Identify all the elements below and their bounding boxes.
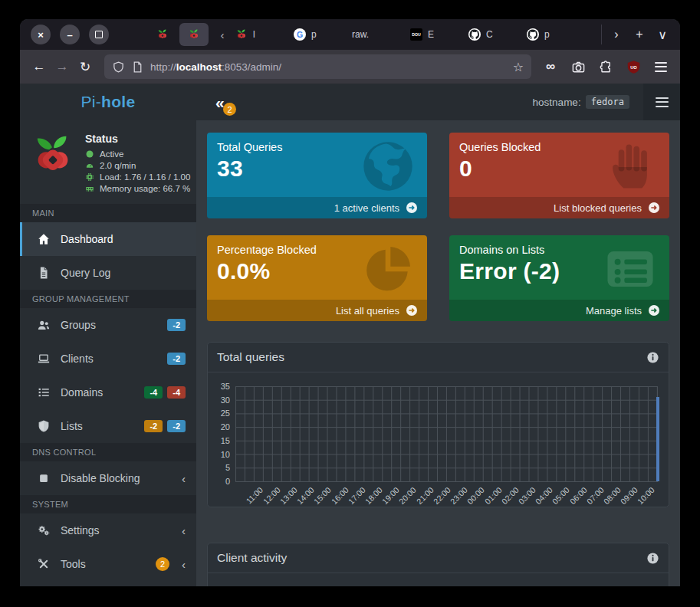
stop-icon (37, 471, 51, 485)
card-footer-link[interactable]: 1 active clients (207, 197, 427, 218)
x-axis-tick-label: 15:00 (312, 485, 333, 506)
close-button[interactable]: × (31, 25, 51, 44)
forward-button[interactable]: → (51, 55, 74, 78)
back-button[interactable]: ← (28, 55, 51, 78)
card-queries-blocked: Queries Blocked0List blocked queries (449, 133, 669, 218)
minimize-button[interactable]: – (60, 25, 80, 44)
x-axis-tick-label: 13:00 (278, 485, 299, 506)
extensions-puzzle-icon[interactable] (594, 55, 617, 78)
sidebar-item-badges: -2 (167, 353, 186, 365)
browser-tab[interactable]: l (230, 23, 288, 46)
list-tabs-button[interactable]: ∨ (651, 23, 674, 46)
x-axis-tick-label: 08:00 (602, 485, 623, 506)
card-footer-link[interactable]: List all queries (207, 300, 427, 321)
browser-tab[interactable]: C (463, 23, 521, 46)
card-footer-label: List blocked queries (554, 202, 642, 214)
sidebar-item-label: Domains (61, 386, 103, 399)
tab-title: E (428, 29, 434, 40)
forward-icon: → (56, 59, 69, 74)
status-line: Memory usage: 66.7 % (85, 184, 190, 193)
panel-header: Client activity (208, 543, 669, 573)
shield-icon (37, 419, 51, 433)
browser-tab[interactable]: Gp (288, 23, 347, 46)
browser-tab[interactable]: DOUE (405, 23, 463, 46)
card-total-queries: Total Queries331 active clients (207, 133, 427, 218)
sidebar-item-label: Lists (61, 420, 83, 432)
site-info-icon[interactable] (131, 61, 144, 74)
scroll-tabs-right-button[interactable]: › (605, 23, 628, 46)
screenshot-camera-icon[interactable] (567, 55, 590, 78)
y-axis-tick-label: 25 (208, 408, 230, 418)
reload-button[interactable]: ↻ (74, 55, 97, 78)
card-footer-link[interactable]: List blocked queries (449, 197, 669, 218)
maximize-button[interactable] (89, 25, 109, 44)
scroll-tabs-left-button[interactable]: ‹ (215, 28, 230, 41)
ublock-origin-icon[interactable]: UO (622, 55, 645, 78)
svg-text:UO: UO (630, 64, 637, 69)
panel-header: Total queries (208, 343, 669, 372)
sidebar-item-label: Disable Blocking (61, 472, 140, 484)
browser-window: × – ‹lGpraw.DOUECp › + ∨ ← → ↻ http://lo… (20, 19, 680, 586)
sidebar-item-clients[interactable]: Clients-2 (20, 342, 196, 376)
browser-tab[interactable]: raw. (347, 23, 405, 46)
card-footer-link[interactable]: Manage lists (449, 300, 669, 321)
sidebar-item-label: Dashboard (61, 233, 113, 245)
pinned-tab[interactable] (152, 23, 173, 46)
sidebar-item-disable-blocking[interactable]: Disable Blocking‹ (20, 461, 196, 495)
tab-strip: ‹lGpraw.DOUECp (152, 19, 580, 50)
status-line: Load: 1.76 / 1.16 / 1.00 (85, 172, 190, 182)
x-axis-tick-label: 09:00 (619, 485, 639, 506)
x-axis-tick-label: 11:00 (245, 485, 265, 506)
sidebar-item-dashboard[interactable]: Dashboard (20, 222, 196, 256)
address-bar[interactable]: http://localhost:8053/admin/ ☆ (104, 54, 531, 79)
browser-tab[interactable]: p (521, 23, 580, 46)
hand-icon (603, 139, 657, 193)
sidebar-item-label: Clients (61, 353, 94, 365)
pihole-logo[interactable]: Pi-hole (20, 84, 196, 120)
sidebar-item-groups[interactable]: Groups-2 (20, 308, 196, 342)
arrow-circle-right-icon (406, 304, 418, 317)
sidebar-item-lists[interactable]: Lists-2-2 (20, 409, 196, 443)
tab-title: raw. (352, 29, 369, 40)
x-axis-tick-label: 03:00 (517, 485, 537, 506)
tracking-protection-shield-icon[interactable] (112, 61, 125, 74)
sidebar-item-query-log[interactable]: Query Log (20, 256, 196, 290)
users-icon (37, 318, 51, 332)
sidebar-item-badges: -4-4 (144, 386, 186, 399)
toolbar-extensions: ∞ UO (539, 55, 672, 78)
status-text: Active (100, 149, 123, 159)
close-icon: × (38, 29, 44, 41)
arrow-circle-right-icon (406, 202, 418, 214)
pie-icon (361, 242, 415, 296)
pihole-favicon-icon (188, 28, 200, 41)
infinity-extension-icon[interactable]: ∞ (539, 55, 562, 78)
update-badge: 2 (223, 103, 236, 116)
info-icon[interactable] (646, 351, 659, 364)
chevron-right-icon: › (614, 28, 618, 41)
sidebar-item-tools[interactable]: Tools2‹ (20, 547, 196, 581)
main-content: Total Queries331 active clientsQueries B… (196, 120, 680, 586)
new-tab-button[interactable]: + (628, 23, 651, 46)
menu-button[interactable] (649, 55, 672, 78)
x-axis-tick-label: 19:00 (380, 485, 401, 506)
raspberry-logo (29, 132, 77, 179)
bookmark-star-icon[interactable]: ☆ (513, 60, 524, 74)
pihole-favicon-icon (156, 28, 169, 41)
sidebar-item-domains[interactable]: Domains-4-4 (20, 376, 196, 409)
chevron-left-icon: ‹ (182, 472, 186, 485)
info-icon[interactable] (646, 552, 659, 565)
client-activity-panel: Client activity (207, 543, 669, 586)
arrow-circle-right-icon (648, 202, 660, 214)
sidebar-item-badges: -2-2 (144, 420, 186, 432)
sidebar: Status Active2.0 q/minLoad: 1.76 / 1.16 … (20, 120, 196, 586)
tab-title: p (544, 29, 550, 40)
card-footer-label: Manage lists (586, 305, 642, 317)
active-tab[interactable] (179, 23, 209, 46)
x-axis-tick-label: 17:00 (346, 485, 366, 506)
query-bar (656, 397, 659, 481)
x-axis-tick-label: 05:00 (550, 485, 571, 506)
url-text: http://localhost:8053/admin/ (150, 61, 281, 73)
header-menu-button[interactable] (643, 84, 680, 120)
sidebar-item-settings[interactable]: Settings‹ (20, 513, 196, 547)
github-favicon-icon (527, 28, 539, 41)
